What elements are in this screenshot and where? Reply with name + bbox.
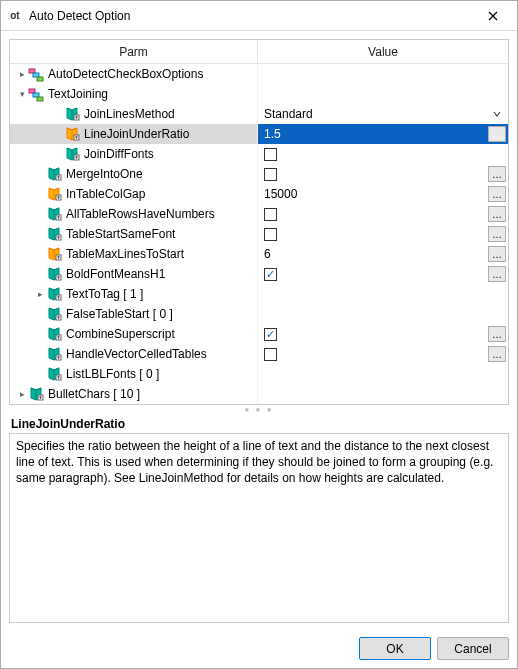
parm-cell[interactable]: ▸BulletChars [ 10 ] <box>10 384 258 404</box>
grid-row-bulletChars[interactable]: ▸BulletChars [ 10 ] <box>10 384 508 404</box>
ellipsis-button[interactable]: … <box>488 326 506 342</box>
grid-row-tableMaxLinesToStart[interactable]: TableMaxLinesToStart6… <box>10 244 508 264</box>
splitter-grip[interactable]: ● ● ● <box>9 405 509 413</box>
checkbox[interactable] <box>264 328 277 341</box>
ellipsis-button[interactable]: … <box>488 206 506 222</box>
grid-row-joinDiffFonts[interactable]: JoinDiffFonts <box>10 144 508 164</box>
expand-icon[interactable]: ▸ <box>16 69 28 79</box>
value-text[interactable]: 1.5 <box>264 127 281 141</box>
svg-rect-5 <box>37 97 43 101</box>
ellipsis-button[interactable]: … <box>488 226 506 242</box>
grid-row-boldFontMeansH1[interactable]: BoldFontMeansH1… <box>10 264 508 284</box>
value-cell[interactable]: … <box>258 344 508 364</box>
ok-button[interactable]: OK <box>359 637 431 660</box>
grid-row-autoDetect[interactable]: ▸AutoDetectCheckBoxOptions <box>10 64 508 84</box>
parm-cell[interactable]: HandleVectorCelledTables <box>10 344 258 364</box>
grid-row-listLBLFonts[interactable]: ListLBLFonts [ 0 ] <box>10 364 508 384</box>
parm-cell[interactable]: FalseTableStart [ 0 ] <box>10 304 258 324</box>
parm-cell[interactable]: MergeIntoOne <box>10 164 258 184</box>
grid-row-allTableRowsHaveNumbers[interactable]: AllTableRowsHaveNumbers… <box>10 204 508 224</box>
row-label: LineJoinUnderRatio <box>84 127 189 141</box>
value-cell[interactable] <box>258 284 508 304</box>
close-button[interactable] <box>475 2 511 30</box>
dropdown-button[interactable] <box>488 106 506 122</box>
value-cell[interactable]: Standard <box>258 104 508 124</box>
property-icon <box>46 166 62 182</box>
dialog-window: ot Auto Detect Option Parm Value ▸AutoDe… <box>0 0 518 669</box>
row-label: TextToTag [ 1 ] <box>66 287 143 301</box>
row-label: TableStartSameFont <box>66 227 175 241</box>
expand-icon[interactable]: ▸ <box>34 289 46 299</box>
ellipsis-button[interactable]: … <box>488 346 506 362</box>
value-text[interactable]: 6 <box>264 247 271 261</box>
value-cell[interactable]: 1.5… <box>258 124 508 144</box>
value-cell[interactable] <box>258 364 508 384</box>
value-cell[interactable]: … <box>258 264 508 284</box>
parm-cell[interactable]: LineJoinUnderRatio <box>10 124 258 144</box>
row-label: AllTableRowsHaveNumbers <box>66 207 215 221</box>
row-label: TableMaxLinesToStart <box>66 247 184 261</box>
value-text[interactable]: Standard <box>264 107 313 121</box>
value-cell[interactable]: … <box>258 204 508 224</box>
checkbox[interactable] <box>264 168 277 181</box>
value-cell[interactable]: 6… <box>258 244 508 264</box>
value-cell[interactable] <box>258 384 508 404</box>
grid-row-lineJoinUnderRatio[interactable]: LineJoinUnderRatio1.5… <box>10 124 508 144</box>
header-value[interactable]: Value <box>258 40 508 63</box>
grid-row-tableStartSameFont[interactable]: TableStartSameFont… <box>10 224 508 244</box>
parm-cell[interactable]: ▸TextToTag [ 1 ] <box>10 284 258 304</box>
cancel-button[interactable]: Cancel <box>437 637 509 660</box>
ellipsis-button[interactable]: … <box>488 126 506 142</box>
value-cell[interactable] <box>258 304 508 324</box>
expand-icon[interactable]: ▸ <box>16 389 28 399</box>
parm-cell[interactable]: ListLBLFonts [ 0 ] <box>10 364 258 384</box>
parm-cell[interactable]: JoinDiffFonts <box>10 144 258 164</box>
grid-row-textJoining[interactable]: ▾TextJoining <box>10 84 508 104</box>
property-icon <box>28 386 44 402</box>
ellipsis-button[interactable]: … <box>488 266 506 282</box>
grid-row-joinLinesMethod[interactable]: JoinLinesMethodStandard <box>10 104 508 124</box>
header-parm[interactable]: Parm <box>10 40 258 63</box>
app-icon: ot <box>7 8 23 24</box>
parm-cell[interactable]: AllTableRowsHaveNumbers <box>10 204 258 224</box>
ellipsis-button[interactable]: … <box>488 166 506 182</box>
parm-cell[interactable]: ▾TextJoining <box>10 84 258 104</box>
value-text[interactable]: 15000 <box>264 187 297 201</box>
parm-cell[interactable]: TableStartSameFont <box>10 224 258 244</box>
value-cell[interactable] <box>258 64 508 84</box>
checkbox[interactable] <box>264 208 277 221</box>
grid-row-mergeIntoOne[interactable]: MergeIntoOne… <box>10 164 508 184</box>
grid-row-textToTag[interactable]: ▸TextToTag [ 1 ] <box>10 284 508 304</box>
value-cell[interactable]: … <box>258 324 508 344</box>
grid-row-inTableColGap[interactable]: InTableColGap15000… <box>10 184 508 204</box>
grid-body[interactable]: ▸AutoDetectCheckBoxOptions▾TextJoiningJo… <box>10 64 508 404</box>
svg-rect-0 <box>29 69 35 73</box>
checkbox[interactable] <box>264 268 277 281</box>
grid-row-combineSuperscript[interactable]: CombineSuperscript… <box>10 324 508 344</box>
collapse-icon[interactable]: ▾ <box>16 89 28 99</box>
property-icon <box>64 146 80 162</box>
row-label: CombineSuperscript <box>66 327 175 341</box>
value-cell[interactable] <box>258 84 508 104</box>
property-icon <box>46 266 62 282</box>
group-icon <box>28 86 44 102</box>
parm-cell[interactable]: InTableColGap <box>10 184 258 204</box>
checkbox[interactable] <box>264 348 277 361</box>
ellipsis-button[interactable]: … <box>488 186 506 202</box>
parm-cell[interactable]: TableMaxLinesToStart <box>10 244 258 264</box>
checkbox[interactable] <box>264 148 277 161</box>
parm-cell[interactable]: CombineSuperscript <box>10 324 258 344</box>
value-cell[interactable]: 15000… <box>258 184 508 204</box>
property-icon <box>46 306 62 322</box>
parm-cell[interactable]: ▸AutoDetectCheckBoxOptions <box>10 64 258 84</box>
parm-cell[interactable]: JoinLinesMethod <box>10 104 258 124</box>
checkbox[interactable] <box>264 228 277 241</box>
ellipsis-button[interactable]: … <box>488 246 506 262</box>
grid-row-handleVectorCelledTables[interactable]: HandleVectorCelledTables… <box>10 344 508 364</box>
parm-cell[interactable]: BoldFontMeansH1 <box>10 264 258 284</box>
button-row: OK Cancel <box>1 629 517 668</box>
value-cell[interactable]: … <box>258 164 508 184</box>
grid-row-falseTableStart[interactable]: FalseTableStart [ 0 ] <box>10 304 508 324</box>
value-cell[interactable] <box>258 144 508 164</box>
value-cell[interactable]: … <box>258 224 508 244</box>
